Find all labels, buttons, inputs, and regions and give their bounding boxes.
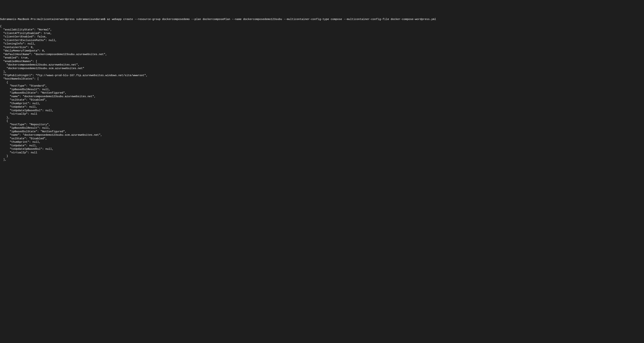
shell-prompt: Subramanis-MacBook-Pro:multicontainerwor…	[0, 18, 105, 21]
command-output: { "availabilityState": "Normal", "client…	[0, 25, 644, 162]
terminal-window[interactable]: Subramanis-MacBook-Pro:multicontainerwor…	[0, 14, 644, 165]
command-text: az webapp create --resource-group docker…	[107, 18, 436, 21]
command-line: Subramanis-MacBook-Pro:multicontainerwor…	[0, 18, 644, 21]
